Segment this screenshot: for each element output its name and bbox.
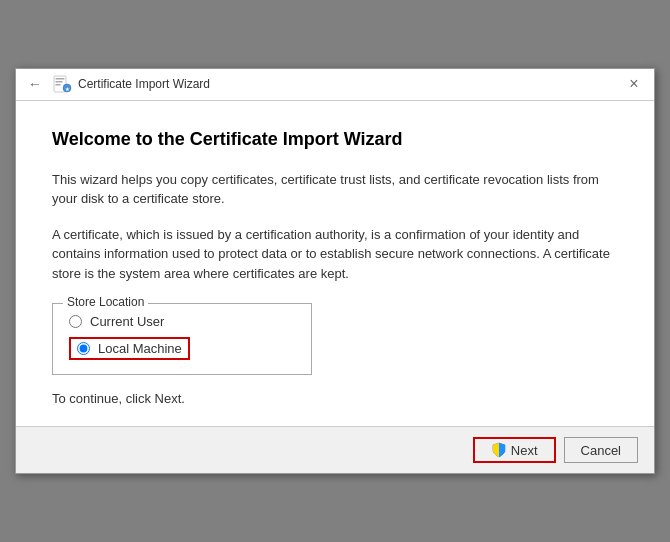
local-machine-option[interactable]: Local Machine xyxy=(69,337,295,360)
cancel-label: Cancel xyxy=(581,443,621,458)
current-user-label: Current User xyxy=(90,314,164,329)
footer: Next Cancel xyxy=(16,426,654,473)
wizard-heading: Welcome to the Certificate Import Wizard xyxy=(52,129,618,150)
close-button[interactable]: × xyxy=(622,72,646,96)
current-user-option[interactable]: Current User xyxy=(69,314,295,329)
back-button[interactable]: ← xyxy=(24,74,46,94)
svg-rect-1 xyxy=(56,78,65,80)
local-machine-label: Local Machine xyxy=(98,341,182,356)
local-machine-radio[interactable] xyxy=(77,342,90,355)
wizard-window: ← ★ Certificate Import Wizard × Welcome … xyxy=(15,68,655,475)
window-title: Certificate Import Wizard xyxy=(78,77,210,91)
cert-title-icon: ★ xyxy=(52,74,72,94)
next-button[interactable]: Next xyxy=(473,437,556,463)
shield-icon xyxy=(491,442,507,458)
cancel-button[interactable]: Cancel xyxy=(564,437,638,463)
description-2: A certificate, which is issued by a cert… xyxy=(52,225,618,284)
store-location-label: Store Location xyxy=(63,295,148,309)
wizard-content: Welcome to the Certificate Import Wizard… xyxy=(16,101,654,427)
description-1: This wizard helps you copy certificates,… xyxy=(52,170,618,209)
local-machine-highlight: Local Machine xyxy=(69,337,190,360)
svg-rect-2 xyxy=(56,81,63,83)
next-label: Next xyxy=(511,443,538,458)
continue-text: To continue, click Next. xyxy=(52,391,618,406)
title-bar-left: ← ★ Certificate Import Wizard xyxy=(24,74,210,94)
title-bar: ← ★ Certificate Import Wizard × xyxy=(16,69,654,101)
current-user-radio[interactable] xyxy=(69,315,82,328)
store-location-group: Store Location Current User Local Machin… xyxy=(52,303,312,375)
svg-rect-3 xyxy=(56,84,61,86)
